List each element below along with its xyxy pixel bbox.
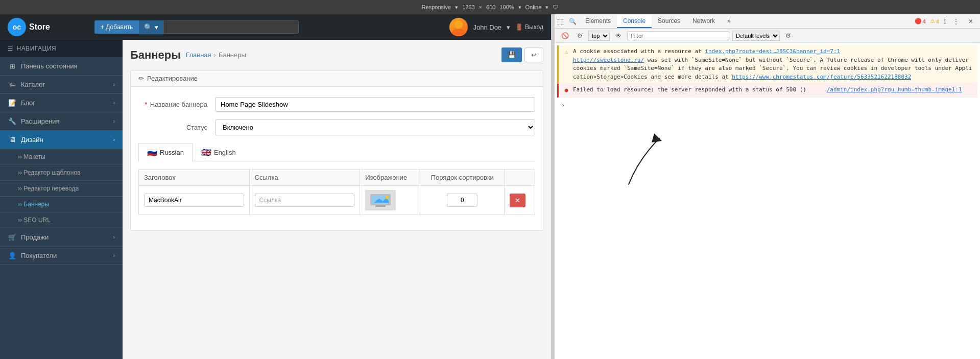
add-button[interactable]: + Добавить — [94, 20, 139, 34]
tabs-nav: 🇷🇺 Russian 🇬🇧 English — [138, 143, 535, 161]
console-filter-input[interactable] — [627, 31, 729, 40]
sidebar-item-customers[interactable]: 👤 Покупатели › — [0, 247, 123, 265]
clear-console-button[interactable]: 🚫 — [559, 31, 571, 40]
user-name[interactable]: John Doe — [473, 23, 501, 31]
chevron-right-icon4: › — [113, 234, 115, 240]
online-label: Online — [525, 4, 542, 10]
banner-image-thumb[interactable] — [365, 190, 396, 210]
dropdown-arrow4: ▾ — [507, 23, 510, 31]
admin-panel: oc Store + Добавить 🔍 ▾ John Doe ▾ � — [0, 14, 551, 359]
sidebar: ☰ НАВИГАЦИЯ ⊞ Панель состояния 🏷 Каталог… — [0, 40, 123, 359]
col-header-actions — [505, 170, 535, 186]
chromestatus-link[interactable]: https://www.chromestatus.com/feature/563… — [732, 74, 911, 80]
save-button[interactable]: 💾 — [501, 47, 522, 62]
breadcrumb-home[interactable]: Главная — [186, 51, 211, 59]
banner-name-label: * Название баннера — [138, 101, 215, 108]
eye-button[interactable]: 👁 — [613, 31, 624, 40]
dropdown-arrow2: ▾ — [518, 4, 521, 11]
menu-icon: ☰ — [8, 45, 14, 52]
sidebar-item-blog[interactable]: 📝 Блог › — [0, 94, 123, 112]
devtools-tab-console[interactable]: Console — [617, 14, 652, 28]
action-buttons: 💾 ↩ — [501, 47, 543, 62]
content-header: Баннеры Главная › Баннеры 💾 ↩ — [130, 47, 543, 62]
back-button[interactable]: ↩ — [524, 47, 543, 62]
form-group-status: Статус Включено Отключено — [138, 119, 535, 135]
svg-point-0 — [455, 20, 463, 29]
english-flag-icon: 🇬🇧 — [201, 148, 211, 157]
dropdown-arrow: ▾ — [455, 4, 458, 11]
status-select[interactable]: Включено Отключено — [215, 119, 535, 135]
delete-row-button[interactable]: ✕ — [510, 194, 525, 207]
sidebar-item-extensions[interactable]: 🔧 Расширения › — [0, 112, 123, 131]
table-body: ✕ — [139, 186, 535, 215]
devtools-inspect-button[interactable]: 🔍 — [566, 17, 579, 26]
warning-triangle-icon: ⚠ — [563, 48, 570, 57]
banner-link-input[interactable] — [255, 194, 355, 207]
console-error-text: Failed to load resource: the server resp… — [573, 86, 962, 94]
log-levels-selector[interactable]: Default levels — [732, 31, 780, 41]
edit-section-title: Редактирование — [147, 75, 198, 82]
tab-russian[interactable]: 🇷🇺 Russian — [138, 143, 193, 161]
responsive-label: Responsive — [422, 4, 451, 10]
sub-item-label: SEO URL — [23, 217, 51, 224]
banner-title-input[interactable] — [144, 194, 244, 207]
bullet-icon3: ›› — [18, 185, 23, 192]
search-toggle-button[interactable]: 🔍 ▾ — [139, 20, 163, 34]
console-settings-button[interactable]: ⚙ — [575, 31, 585, 40]
warning-count: ⚠ 4 — [930, 18, 939, 25]
sidebar-sub-item-translation-editor[interactable]: ›› Редактор перевода — [0, 181, 123, 197]
chevron-right-icon2: › — [113, 100, 115, 106]
dropdown-arrow3: ▾ — [545, 4, 548, 11]
status-label: Статус — [138, 124, 215, 131]
admin-body: ☰ НАВИГАЦИЯ ⊞ Панель состояния 🏷 Каталог… — [0, 40, 551, 359]
tab-english[interactable]: 🇬🇧 English — [193, 143, 245, 161]
sketch-area — [557, 113, 977, 205]
devtools-dock-button[interactable]: ⬚ — [555, 16, 566, 27]
sort-order-input[interactable] — [447, 194, 477, 207]
sidebar-item-sales[interactable]: 🛒 Продажи › — [0, 228, 123, 247]
arrow-sketch — [598, 118, 700, 195]
gear-icon[interactable]: ⚙ — [783, 31, 794, 40]
sidebar-sub-item-layouts[interactable]: ›› Макеты — [0, 149, 123, 165]
sub-item-label: Редактор шаблонов — [23, 169, 80, 176]
dashboard-icon: ⊞ — [8, 62, 17, 70]
devtools-toolbar: 🚫 ⚙ top 👁 Default levels ⚙ — [555, 29, 980, 43]
devtools-more-button[interactable]: ⋮ — [950, 17, 962, 26]
svg-point-7 — [386, 196, 389, 199]
required-star: * — [145, 101, 147, 108]
sub-item-label: Редактор перевода — [23, 185, 79, 192]
tab-russian-label: Russian — [160, 149, 184, 156]
sweetstone-link[interactable]: http://sweetstone.ru/ — [573, 57, 644, 63]
link-cell — [249, 186, 360, 215]
bullet-icon: ›› — [18, 153, 23, 160]
sidebar-item-catalog[interactable]: 🏷 Каталог › — [0, 76, 123, 94]
col-header-title: Заголовок — [139, 170, 250, 186]
height-display: 600 — [486, 4, 495, 10]
sub-item-label: Макеты — [23, 153, 45, 160]
sidebar-sub-item-seo-url[interactable]: ›› SEO URL — [0, 212, 123, 228]
sidebar-sub-item-banners[interactable]: ›› Баннеры — [0, 197, 123, 212]
devtools-content: ⚠ A cookie associated with a resource at… — [555, 43, 980, 359]
sidebar-item-dashboard[interactable]: ⊞ Панель состояния — [0, 57, 123, 76]
error-resource-link[interactable]: /admin/index.php?rgu…humb=thumb-image1:1 — [827, 86, 962, 93]
sidebar-item-label: Расширения — [21, 117, 60, 125]
devtools-tab-elements[interactable]: Elements — [579, 14, 617, 28]
design-icon: 🖥 — [8, 136, 17, 143]
sidebar-item-design[interactable]: 🖥 Дизайн › — [0, 131, 123, 149]
table-header-row: Заголовок Ссылка Изображение Порядок сор… — [139, 170, 535, 186]
logout-button[interactable]: 🚪 Выход — [515, 23, 543, 31]
console-warning-text: A cookie associated with a resource at i… — [573, 47, 973, 81]
context-selector[interactable]: top — [588, 31, 610, 41]
devtools-tab-more[interactable]: » — [721, 14, 737, 28]
chevron-right-icon5: › — [113, 253, 115, 258]
devtools-close-button[interactable]: ✕ — [966, 17, 976, 26]
search-input[interactable] — [163, 20, 299, 34]
banner-name-input[interactable] — [215, 97, 535, 112]
cookie-warning-link[interactable]: index.php?route=desi…J8SC3&banner_id=7:1 — [705, 48, 840, 55]
devtools-tab-sources[interactable]: Sources — [652, 14, 686, 28]
sort-cell — [420, 186, 505, 215]
devtools-tab-network[interactable]: Network — [686, 14, 721, 28]
browser-top-bar: Responsive ▾ 1253 × 600 100% ▾ Online ▾ … — [0, 0, 980, 14]
tab-label: Network — [692, 17, 715, 25]
sidebar-sub-item-template-editor[interactable]: ›› Редактор шаблонов — [0, 165, 123, 181]
